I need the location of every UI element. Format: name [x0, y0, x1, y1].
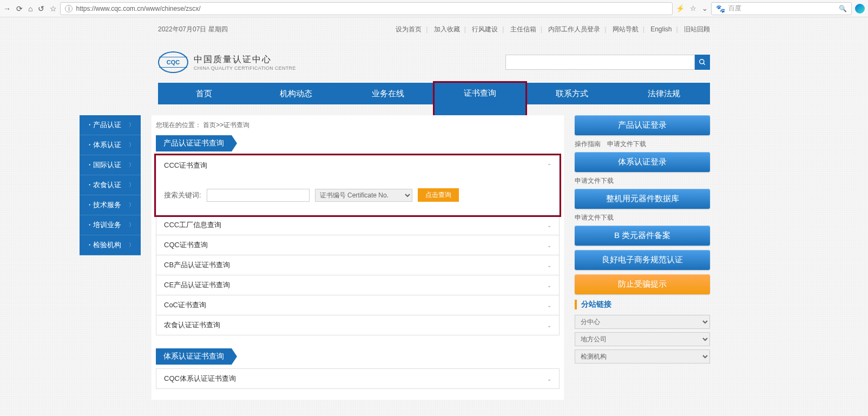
side-heading-branches: 分站链接: [575, 300, 710, 309]
chevron-right-icon: 〉: [129, 141, 134, 149]
btn-scam-warning[interactable]: 防止受骗提示: [575, 274, 710, 294]
refresh-icon[interactable]: ⟳: [16, 4, 23, 13]
address-bar[interactable]: i https://www.cqc.com.cn/www/chinese/zsc…: [60, 2, 673, 15]
header-search: [505, 55, 710, 70]
chevron-down-icon: ⌄: [547, 302, 551, 308]
label-download3[interactable]: 申请文件下载: [575, 213, 614, 222]
chevron-down-icon: ⌄: [547, 282, 551, 288]
top-link-4[interactable]: 内部工作人员登录: [548, 25, 600, 33]
chevron-right-icon: 〉: [129, 161, 134, 169]
section-product-cert: 产品认证证书查询: [156, 135, 232, 151]
header-search-input[interactable]: [505, 55, 695, 70]
main-nav: 首页 机构动态 业务在线 证书查询 联系方式 法律法规: [158, 83, 710, 104]
chevron-up-icon: ⌃: [547, 163, 551, 169]
star-icon[interactable]: ☆: [690, 4, 696, 12]
top-link-6[interactable]: English: [650, 25, 672, 33]
acc-header-agri[interactable]: 农食认证证书查询⌄: [156, 315, 559, 335]
top-link-5[interactable]: 网站导航: [613, 25, 639, 33]
acc-header-ccc-factory[interactable]: CCC工厂信息查询⌄: [156, 215, 559, 235]
search-icon[interactable]: 🔍: [839, 5, 847, 12]
chevron-right-icon: 〉: [129, 221, 134, 229]
label-download1[interactable]: 申请文件下载: [607, 140, 646, 149]
acc-header-cb[interactable]: CB产品认证证书查询⌄: [156, 255, 559, 275]
browser-search-box[interactable]: 🐾 百度 🔍: [711, 2, 852, 15]
bookmark-icon[interactable]: ☆: [50, 4, 57, 13]
chevron-down-icon: ⌄: [547, 322, 551, 328]
baidu-paw-icon: 🐾: [716, 4, 725, 13]
top-link-2[interactable]: 行风建设: [472, 25, 498, 33]
select-inspection[interactable]: 检测机构: [575, 349, 710, 364]
acc-header-cqc-system[interactable]: CQC体系认证证书查询⌄: [156, 369, 559, 388]
left-nav: ・产品认证〉 ・体系认证〉 ・国际认证〉 ・农食认证〉 ・技术服务〉 ・培训业务…: [80, 115, 141, 255]
chevron-right-icon: 〉: [129, 201, 134, 209]
acc-header-coc[interactable]: CoC证书查询⌄: [156, 295, 559, 315]
acc-body-ccc: 搜索关键词: 证书编号 Certificate No. 点击查询: [156, 175, 559, 215]
lightning-icon[interactable]: ⚡: [676, 4, 685, 12]
leftnav-training[interactable]: ・培训业务〉: [80, 215, 141, 235]
acc-header-ccc[interactable]: CCC证书查询 ⌃: [156, 156, 559, 175]
search-keyword-input[interactable]: [207, 189, 310, 202]
chevron-right-icon: 〉: [129, 241, 134, 249]
breadcrumb: 您现在的位置： 首页>>证书查询: [152, 115, 564, 135]
search-submit-button[interactable]: 点击查询: [418, 188, 459, 202]
nav-news[interactable]: 机构动态: [250, 83, 342, 104]
svg-line-1: [703, 63, 705, 65]
btn-database[interactable]: 整机用元器件数据库: [575, 189, 710, 209]
logo-en: CHINA QUALITY CERTIFICATION CENTRE: [194, 65, 296, 71]
top-link-3[interactable]: 主任信箱: [510, 25, 536, 33]
header: CQC 中国质量认证中心 CHINA QUALITY CERTIFICATION…: [158, 42, 710, 83]
date-label: 2022年07月07日 星期四: [158, 25, 228, 34]
logo-globe-icon: CQC: [158, 51, 188, 73]
top-bar: 2022年07月07日 星期四 设为首页| 加入收藏| 行风建设| 主任信箱| …: [158, 17, 710, 42]
logo-cn: 中国质量认证中心: [194, 54, 296, 65]
search-type-select[interactable]: 证书编号 Certificate No.: [315, 189, 412, 202]
leftnav-inspect[interactable]: ・检验机构〉: [80, 235, 141, 255]
svg-point-0: [700, 60, 704, 64]
site-info-icon[interactable]: i: [65, 5, 73, 12]
main-column: 您现在的位置： 首页>>证书查询 产品认证证书查询 CCC证书查询 ⌃ 搜索关键…: [152, 115, 564, 400]
breadcrumb-current: 证书查询: [223, 121, 249, 129]
leftnav-intl[interactable]: ・国际认证〉: [80, 155, 141, 175]
select-local[interactable]: 地方公司: [575, 332, 710, 346]
acc-ccc-cert: CCC证书查询 ⌃ 搜索关键词: 证书编号 Certificate No. 点击…: [156, 155, 560, 215]
btn-b-class[interactable]: B 类元器件备案: [575, 226, 710, 246]
nav-law[interactable]: 法律法规: [618, 83, 710, 104]
edge-icon[interactable]: [855, 4, 865, 14]
chevron-down-icon[interactable]: ⌄: [702, 4, 708, 12]
breadcrumb-home[interactable]: 首页: [203, 121, 216, 129]
forward-icon[interactable]: →: [3, 4, 11, 13]
top-link-7[interactable]: 旧站回顾: [684, 25, 710, 33]
label-download2[interactable]: 申请文件下载: [575, 176, 614, 186]
btn-product-login[interactable]: 产品认证登录: [575, 115, 710, 135]
url-text: https://www.cqc.com.cn/www/chinese/zscx/: [76, 5, 200, 12]
browser-search-placeholder: 百度: [728, 4, 741, 13]
leftnav-product[interactable]: ・产品认证〉: [80, 115, 141, 135]
right-column: 产品认证登录 操作指南申请文件下载 体系认证登录 申请文件下载 整机用元器件数据…: [575, 115, 710, 367]
section-system-cert: 体系认证证书查询: [156, 348, 232, 365]
chevron-right-icon: 〉: [129, 121, 134, 129]
nav-contact[interactable]: 联系方式: [526, 83, 618, 104]
top-link-1[interactable]: 加入收藏: [434, 25, 460, 33]
btn-system-login[interactable]: 体系认证登录: [575, 152, 710, 172]
select-branch[interactable]: 分中心: [575, 315, 710, 329]
top-link-0[interactable]: 设为首页: [396, 25, 422, 33]
top-links: 设为首页| 加入收藏| 行风建设| 主任信箱| 内部工作人员登录| 网站导航| …: [396, 25, 710, 34]
btn-ecommerce[interactable]: 良好电子商务规范认证: [575, 250, 710, 270]
browser-toolbar: → ⟳ ⌂ ↺ ☆ i https://www.cqc.com.cn/www/c…: [0, 0, 868, 17]
leftnav-tech[interactable]: ・技术服务〉: [80, 195, 141, 215]
acc-header-ce[interactable]: CE产品认证证书查询⌄: [156, 275, 559, 295]
chevron-down-icon: ⌄: [547, 242, 551, 248]
nav-home[interactable]: 首页: [158, 83, 250, 104]
header-search-button[interactable]: [695, 55, 710, 70]
history-icon[interactable]: ↺: [38, 4, 44, 13]
leftnav-system[interactable]: ・体系认证〉: [80, 135, 141, 155]
home-icon[interactable]: ⌂: [28, 4, 32, 13]
nav-business[interactable]: 业务在线: [342, 83, 434, 104]
chevron-down-icon: ⌄: [547, 262, 551, 268]
chevron-down-icon: ⌄: [547, 222, 551, 228]
chevron-down-icon: ⌄: [547, 376, 551, 382]
leftnav-agri[interactable]: ・农食认证〉: [80, 175, 141, 195]
logo[interactable]: CQC 中国质量认证中心 CHINA QUALITY CERTIFICATION…: [158, 51, 296, 73]
label-guide[interactable]: 操作指南: [575, 140, 601, 149]
acc-header-cqc[interactable]: CQC证书查询⌄: [156, 235, 559, 255]
